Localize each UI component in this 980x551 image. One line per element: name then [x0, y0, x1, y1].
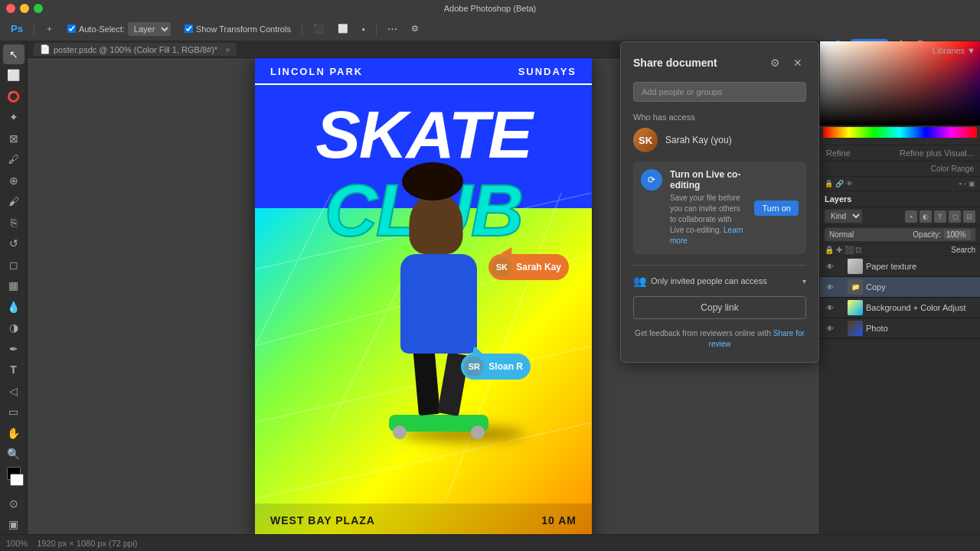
- refine-visual-label: Refine plus Visual...: [900, 148, 974, 158]
- close-button[interactable]: [6, 4, 15, 13]
- toolbar: Ps ＋ Auto-Select: Layer Show Transform C…: [0, 17, 980, 41]
- crop-tool[interactable]: ⊠: [3, 129, 24, 148]
- dodge-tool[interactable]: ◑: [3, 318, 24, 338]
- who-has-access-label: Who has access: [633, 112, 806, 122]
- copy-link-button[interactable]: Copy link: [633, 296, 806, 319]
- fill-label: Search: [951, 246, 975, 254]
- filter-pixel-icon[interactable]: ▪: [905, 210, 917, 223]
- maximize-button[interactable]: [34, 4, 43, 13]
- share-settings-icon[interactable]: ⚙: [766, 54, 783, 71]
- filter-adjust-icon[interactable]: ◐: [920, 210, 932, 223]
- sloan-cursor-badge: SR Sloan R: [461, 354, 531, 380]
- rectangle-tool[interactable]: ▭: [3, 403, 24, 422]
- poster-day: SUNDAYS: [518, 66, 577, 77]
- quick-mask-mode[interactable]: ⊙: [3, 494, 24, 514]
- layer-name-photo: Photo: [866, 324, 975, 333]
- tab-close-icon[interactable]: ×: [225, 45, 230, 54]
- live-co-editing-box: ⟳ Turn on Live co-editing Save your file…: [633, 161, 806, 254]
- add-people-input[interactable]: [633, 82, 806, 102]
- access-chevron-icon[interactable]: ▾: [802, 277, 806, 285]
- layer-name-paper: Paper texture: [866, 262, 975, 271]
- tab-icon: 📄: [40, 44, 51, 54]
- toolbar-sep3: [376, 23, 377, 35]
- layer-thumb-bg: [848, 300, 863, 315]
- auto-select-label: Auto-Select:: [79, 24, 125, 34]
- share-close-icon[interactable]: ✕: [789, 54, 806, 71]
- blur-tool[interactable]: 💧: [3, 297, 24, 317]
- gradient-tool[interactable]: ▦: [3, 276, 24, 296]
- auto-select-checkbox[interactable]: [67, 24, 76, 33]
- new-doc-button[interactable]: ＋: [41, 21, 58, 37]
- layers-large-icon: ▣: [969, 180, 975, 187]
- layer-thumb-copy: 📁: [848, 279, 863, 295]
- layer-select[interactable]: Layer: [128, 22, 171, 36]
- clone-stamp-tool[interactable]: ⎘: [3, 213, 24, 233]
- layer-name-copy: Copy: [866, 282, 975, 292]
- share-document-panel: Share document ⚙ ✕ Who has access SK Sar…: [620, 41, 819, 363]
- color-range-label: Color Range: [931, 165, 974, 173]
- align-center-button[interactable]: ⬜: [333, 21, 353, 37]
- filter-type-icon[interactable]: T: [934, 210, 946, 223]
- filter-smart-icon[interactable]: ⊡: [963, 210, 975, 223]
- poster: LINCOLN PARK SUNDAYS SKATE CLUB WEST BAY…: [255, 58, 592, 534]
- titlebar: Adobe Photoshop (Beta): [0, 0, 980, 17]
- marquee-tool[interactable]: ⬜: [3, 66, 24, 86]
- layer-row-bg-color[interactable]: 👁 Background + Color Adjust: [820, 298, 980, 318]
- document-tab[interactable]: 📄 poster.psdc @ 100% (Color Fill 1, RGB/…: [34, 43, 237, 56]
- skater-hoodie: [400, 254, 477, 354]
- path-select-tool[interactable]: ◁: [3, 381, 24, 401]
- eraser-tool[interactable]: ◻: [3, 255, 24, 275]
- layer-row-copy[interactable]: 👁 📁 Copy: [820, 277, 980, 298]
- show-transform-controls[interactable]: Show Transform Controls: [180, 21, 296, 37]
- turn-on-live-button[interactable]: Turn on: [754, 201, 799, 216]
- filter-shape-icon[interactable]: ◻: [949, 210, 961, 223]
- screen-mode[interactable]: ▣: [3, 515, 24, 535]
- poster-title-skate: SKATE: [255, 101, 592, 168]
- layer-visibility-bg[interactable]: 👁: [825, 302, 835, 313]
- fill-row: 🔒 ✚ ⬛ ⊡ Search: [820, 244, 980, 256]
- zoom-tool[interactable]: 🔍: [3, 445, 24, 465]
- layer-row-photo[interactable]: 👁 Photo: [820, 318, 980, 339]
- share-divider: [633, 265, 806, 266]
- blend-mode-normal: Normal: [829, 230, 910, 239]
- eyedropper-tool[interactable]: 🖋: [3, 150, 24, 170]
- auto-select-toggle[interactable]: Auto-Select: Layer: [63, 21, 175, 37]
- layer-visibility-copy[interactable]: 👁: [825, 282, 835, 292]
- skateboard-wheels: [393, 425, 485, 439]
- access-people-icon: 👥: [633, 275, 646, 287]
- background-color[interactable]: [10, 474, 24, 487]
- wheel-back: [471, 425, 485, 439]
- layer-visibility-paper[interactable]: 👁: [825, 261, 835, 272]
- libraries-button[interactable]: Libraries ▼: [933, 46, 975, 55]
- minimize-button[interactable]: [20, 4, 29, 13]
- layers-small-icon: ▪: [959, 180, 962, 187]
- opacity-input[interactable]: [944, 230, 971, 240]
- type-tool[interactable]: T: [3, 360, 24, 380]
- pen-tool[interactable]: ✒: [3, 339, 24, 359]
- layer-visibility-photo[interactable]: 👁: [825, 323, 835, 334]
- settings-button[interactable]: ⚙: [407, 21, 423, 37]
- layers-link-icon: 🔗: [835, 180, 844, 187]
- move-tool[interactable]: ↖: [3, 44, 24, 64]
- layer-filter-select[interactable]: Kind: [825, 210, 862, 223]
- align-left-button[interactable]: ⬛: [309, 21, 328, 37]
- home-button[interactable]: Ps: [6, 21, 28, 37]
- lasso-tool[interactable]: ⭕: [3, 86, 24, 106]
- history-brush-tool[interactable]: ↺: [3, 234, 24, 254]
- poster-footer: WEST BAY PLAZA 10 AM: [255, 504, 592, 534]
- poster-header: LINCOLN PARK SUNDAYS: [255, 58, 592, 85]
- more-button[interactable]: ···: [383, 21, 402, 37]
- access-row: 👥 Only invited people can access ▾: [633, 275, 806, 287]
- color-spectrum-slider[interactable]: [823, 127, 977, 138]
- wheel-front: [393, 425, 407, 439]
- share-panel-header: Share document ⚙ ✕: [633, 54, 806, 71]
- magic-wand-tool[interactable]: ✦: [3, 108, 24, 128]
- brush-tool[interactable]: 🖌: [3, 192, 24, 212]
- spot-healing-tool[interactable]: ⊕: [3, 171, 24, 191]
- hand-tool[interactable]: ✋: [3, 423, 24, 443]
- transform-checkbox[interactable]: [185, 24, 193, 33]
- layer-row-paper-texture[interactable]: 👁 Paper texture: [820, 256, 980, 277]
- skater-leg-left: [413, 345, 440, 416]
- align-right-button[interactable]: ▪: [358, 21, 370, 37]
- poster-venue: WEST BAY PLAZA: [270, 514, 375, 527]
